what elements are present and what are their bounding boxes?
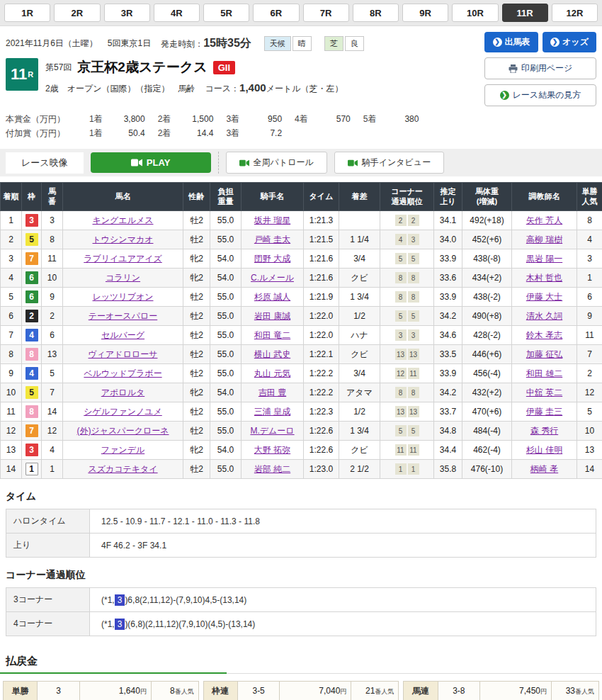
race-tab-1R[interactable]: 1R: [4, 4, 50, 22]
trainer-link[interactable]: 矢作 芳人: [526, 215, 562, 225]
horse-link[interactable]: ベルウッドブラボー: [84, 368, 161, 378]
frame-number: 5: [25, 233, 38, 246]
time-table: ハロンタイム12.5 - 10.9 - 11.7 - 12.1 - 11.0 -…: [6, 509, 596, 558]
trainer-link[interactable]: 鈴木 孝志: [526, 330, 562, 340]
race-tab-12R[interactable]: 12R: [552, 4, 598, 22]
horse-link[interactable]: レッツリブオン: [93, 292, 154, 302]
horse-link[interactable]: コラリン: [106, 273, 140, 283]
race-tab-2R[interactable]: 2R: [54, 4, 100, 22]
horse-link[interactable]: セルバーグ: [101, 330, 144, 340]
race-tab-4R[interactable]: 4R: [154, 4, 200, 22]
horse-number: 9: [42, 288, 63, 307]
horse-link[interactable]: ファンデル: [101, 445, 144, 455]
frame-number: 6: [25, 271, 38, 284]
jockey-link[interactable]: 丸山 元気: [254, 368, 290, 378]
corner-position: 3: [408, 329, 419, 341]
video-camera-icon: [131, 159, 142, 166]
payout-column: 馬連3-87,450円33番人気馬単3-814,070円65番人気3連複3-8-…: [403, 681, 599, 700]
jockey-link[interactable]: 岩田 康誠: [254, 311, 290, 321]
trainer-link[interactable]: 和田 雄二: [526, 368, 562, 378]
sex-age: 牝2: [183, 269, 210, 288]
trainer-cell: 鈴木 孝志: [512, 326, 577, 345]
jockey-link[interactable]: M.デムーロ: [250, 426, 294, 436]
trainer-link[interactable]: 清水 久詞: [526, 311, 562, 321]
body-weight: 462(-4): [462, 441, 512, 460]
horse-number: 5: [42, 364, 63, 383]
jockey-link[interactable]: 和田 竜二: [254, 330, 290, 340]
trainer-link[interactable]: 伊藤 大士: [526, 292, 562, 302]
jockey-link[interactable]: 杉原 誠人: [254, 292, 290, 302]
jockey-link[interactable]: 横山 武史: [254, 349, 290, 359]
sex-age: 牝2: [183, 383, 210, 402]
trainer-link[interactable]: 高柳 瑞樹: [526, 235, 562, 244]
time-row-label: 上り: [6, 534, 90, 558]
trainer-link[interactable]: 伊藤 圭三: [526, 407, 562, 417]
horse-link[interactable]: キングエルメス: [93, 215, 154, 225]
odds-button[interactable]: ❯ オッズ: [543, 32, 596, 52]
trainer-link[interactable]: 木村 哲也: [526, 273, 562, 283]
horse-link[interactable]: アポロルタ: [101, 388, 144, 397]
jockey-link[interactable]: 坂井 瑠星: [254, 215, 290, 225]
carried-weight: 54.0: [210, 269, 242, 288]
jockey-link[interactable]: 団野 大成: [254, 254, 290, 264]
body-weight: 492(+18): [462, 211, 512, 230]
trainer-link[interactable]: 加藤 征弘: [526, 349, 562, 359]
margin: 1/2: [339, 402, 380, 422]
jockey-cell: 吉田 豊: [242, 383, 304, 402]
print-page-button[interactable]: 印刷用ページ: [484, 57, 596, 79]
horse-link[interactable]: トウシンマカオ: [93, 235, 154, 244]
jockey-link[interactable]: 戸崎 圭太: [254, 235, 290, 244]
results-column-header: 推定 上り: [434, 183, 462, 211]
results-guide-button[interactable]: ❯ レース結果の見方: [484, 84, 596, 106]
corner-section-title: コーナー通過順位: [6, 569, 596, 582]
horse-link[interactable]: ヴィアドロローサ: [89, 349, 158, 359]
race-tab-10R[interactable]: 10R: [452, 4, 498, 22]
corner-position: 4: [395, 234, 407, 245]
horse-link[interactable]: テーオースパロー: [89, 311, 157, 321]
race-tab-8R[interactable]: 8R: [353, 4, 399, 22]
jockey-link[interactable]: C.ルメール: [251, 273, 294, 283]
race-tab-11R[interactable]: 11R: [502, 4, 548, 22]
trainer-link[interactable]: 杉山 佳明: [526, 445, 562, 455]
prize-amount: 1,500: [181, 114, 213, 124]
play-button[interactable]: PLAY: [91, 152, 211, 173]
race-tab-5R[interactable]: 5R: [203, 4, 249, 22]
race-tab-7R[interactable]: 7R: [303, 4, 349, 22]
race-tab-3R[interactable]: 3R: [104, 4, 150, 22]
trainer-cell: 黒岩 陽一: [512, 249, 577, 269]
jockey-cell: 坂井 瑠星: [242, 211, 304, 230]
corner-order-post: )(6,8)(2,11,12)(7,9,10)(4,5)-(13,14): [125, 619, 255, 629]
jockey-link[interactable]: 三浦 皇成: [254, 407, 290, 417]
patrol-video-button[interactable]: 全周パトロール: [226, 152, 327, 174]
jockey-interview-button[interactable]: 騎手インタビュー: [334, 152, 444, 174]
result-row: 945ベルウッドブラボー牡255.0丸山 元気1:22.23/4121133.9…: [1, 364, 602, 383]
sex-age: 牡2: [183, 402, 210, 422]
trainer-link[interactable]: 黒岩 陽一: [526, 254, 562, 264]
payout-section-title: 払戻金: [6, 655, 596, 668]
horse-link[interactable]: (外)ジャスパークローネ: [77, 426, 169, 436]
entry-table-button[interactable]: ❯ 出馬表: [484, 32, 538, 52]
trainer-link[interactable]: 中舘 英二: [526, 388, 562, 397]
frame-number: 6: [25, 290, 38, 303]
payout-popularity: 8番人気: [151, 682, 198, 700]
finish-time: 1:21.3: [304, 211, 339, 230]
race-tab-6R[interactable]: 6R: [253, 4, 299, 22]
horse-link[interactable]: ラブリイユアアイズ: [84, 254, 162, 264]
frame-number: 8: [25, 348, 38, 361]
horse-link[interactable]: スズカコテキタイ: [88, 464, 157, 474]
race-date: 2021年11月6日（土曜）: [6, 38, 98, 50]
results-column-header: 馬体重 (増減): [462, 183, 512, 211]
trainer-link[interactable]: 柄崎 孝: [530, 464, 558, 474]
race-video-label: レース映像: [6, 152, 84, 174]
horse-link[interactable]: シゲルファンノユメ: [84, 407, 162, 417]
jockey-link[interactable]: 岩部 純二: [254, 464, 290, 474]
jockey-link[interactable]: 吉田 豊: [259, 388, 286, 397]
jockey-cell: 大野 拓弥: [242, 441, 304, 460]
sex-age: 牡2: [183, 307, 210, 326]
payout-group-馬連: 馬連3-87,450円33番人気: [403, 681, 599, 700]
horse-number: 2: [42, 307, 63, 326]
prize-section: 本賞金（万円） 1着3,8002着1,5003着9504着5705着380 付加…: [0, 106, 602, 143]
trainer-link[interactable]: 森 秀行: [530, 426, 558, 436]
race-tab-9R[interactable]: 9R: [402, 4, 448, 22]
jockey-link[interactable]: 大野 拓弥: [254, 445, 290, 455]
